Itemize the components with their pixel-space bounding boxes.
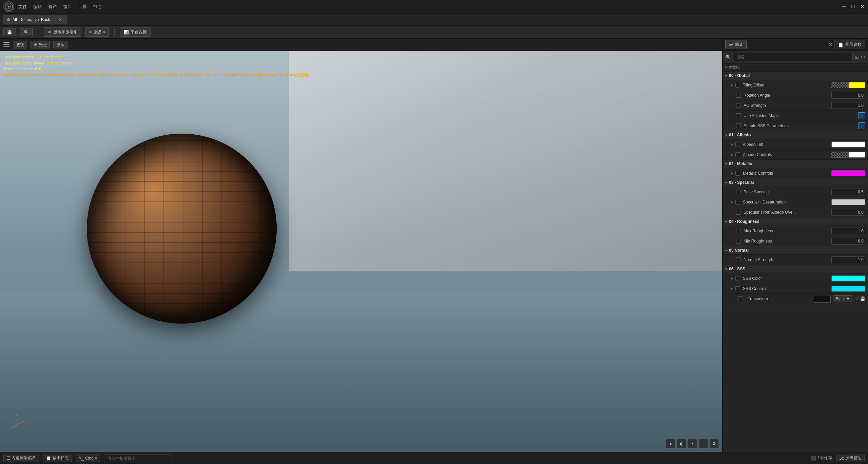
param-albedo-controls-expand[interactable]: ▶ xyxy=(731,153,733,156)
group-specular-header[interactable]: ▾ 03 - Specular xyxy=(723,178,868,187)
param-sss-controls-expand[interactable]: ▶ xyxy=(731,287,733,290)
param-transmission-reset-icon[interactable]: ↺ xyxy=(855,296,859,301)
tab-layer-params[interactable]: 📋 图层参数 xyxy=(834,40,865,49)
content-menu-button[interactable]: ☰ 内容侧滑菜单 xyxy=(3,454,39,462)
layer-button[interactable]: ≡ 层级 ▾ xyxy=(85,27,109,37)
find-button[interactable]: 🔍 xyxy=(20,28,33,36)
cmd-button[interactable]: >_ Cmd ▾ xyxy=(76,455,100,462)
settings-icon[interactable]: ⚙ xyxy=(861,54,865,60)
save-button[interactable]: 💾 xyxy=(3,28,16,36)
param-transmission-name: Transmission xyxy=(748,296,812,301)
viewport-menu-icon[interactable] xyxy=(3,42,9,47)
param-sss-controls-swatch[interactable] xyxy=(831,286,865,292)
param-tiling-checkbox[interactable] xyxy=(735,83,740,88)
param-adjusted-checkmark[interactable]: ✓ xyxy=(859,112,865,119)
layer-tab-label: 图层参数 xyxy=(845,42,862,47)
param-sss-checkbox[interactable] xyxy=(736,123,741,128)
vp-ctrl-cube[interactable]: ▪ xyxy=(688,439,697,448)
param-sss-color-swatch[interactable] xyxy=(831,275,865,282)
param-specular-desat-swatch[interactable] xyxy=(831,199,865,205)
param-transmission-icons: ↺ 💾 xyxy=(855,296,865,301)
vp-ctrl-sphere[interactable]: ● xyxy=(666,439,675,448)
group-albedo-header[interactable]: ▾ 01 - Albedo xyxy=(723,131,868,139)
param-sss-controls-checkbox[interactable] xyxy=(735,286,740,291)
tab-editor[interactable]: ✏ 编节 xyxy=(725,40,747,49)
debug-text-overlay: Base pass shader: 271 instructions Base … xyxy=(3,54,309,78)
param-transmission-checkbox[interactable] xyxy=(738,296,743,301)
param-min-roughness-input[interactable]: 0.0 xyxy=(831,238,865,245)
menu-tools[interactable]: 工具 xyxy=(78,4,87,10)
param-albedo-controls-swatch2[interactable] xyxy=(848,152,865,158)
group-metallic-header[interactable]: ▾ 02 - Metallic xyxy=(723,160,868,168)
menu-window[interactable]: 窗口 xyxy=(63,4,72,10)
toolbar-separator-2 xyxy=(114,28,115,36)
param-max-roughness-input[interactable]: 1.0 xyxy=(831,228,865,234)
grid-view-icon[interactable]: ⊞ xyxy=(855,54,859,60)
param-ao-input[interactable]: 1.0 xyxy=(831,102,865,109)
maximize-button[interactable]: □ xyxy=(851,3,855,10)
lighting-button[interactable]: ☀ 光照 xyxy=(31,41,50,49)
display-button[interactable]: 显示 xyxy=(53,41,67,49)
param-albedo-controls-swatch1[interactable] xyxy=(831,152,848,158)
param-max-roughness-checkbox[interactable] xyxy=(736,229,741,233)
param-rotation-input[interactable]: 0.0 xyxy=(831,92,865,99)
minimize-button[interactable]: ─ xyxy=(842,3,846,10)
param-albedo-controls-checkbox[interactable] xyxy=(735,152,740,157)
param-transmission-dropdown[interactable]: Black ▾ xyxy=(833,295,852,302)
tab-close-button[interactable]: ✕ xyxy=(58,17,62,22)
platform-data-button[interactable]: 📊 平台数据 xyxy=(120,27,151,37)
group-normal-header[interactable]: ▾ 05 Normal xyxy=(723,246,868,255)
param-ao-checkbox[interactable] xyxy=(736,103,741,108)
search-input[interactable] xyxy=(733,53,853,61)
param-tiling-swatch2[interactable] xyxy=(848,82,865,88)
param-normal-strength-checkbox[interactable] xyxy=(736,257,741,262)
group-roughness-header[interactable]: ▾ 04 - Roughness xyxy=(723,217,868,226)
menu-asset[interactable]: 资产 xyxy=(48,4,57,10)
param-specular-desat-expand[interactable]: ▶ xyxy=(731,200,733,204)
param-sss-color-checkbox[interactable] xyxy=(735,276,740,281)
param-specular-override-input[interactable]: 0.0 xyxy=(831,209,865,216)
panel-close-button[interactable]: ✕ xyxy=(828,41,833,48)
menu-file[interactable]: 文件 xyxy=(18,4,27,10)
group-metallic-label: 02 - Metallic xyxy=(729,161,752,166)
menu-help[interactable]: 帮助 xyxy=(93,4,102,10)
source-control-button[interactable]: ⎇ 源码管理 xyxy=(836,454,865,462)
param-albedo-tint-swatch[interactable] xyxy=(831,141,865,148)
vp-ctrl-settings[interactable]: ⚙ xyxy=(709,439,719,448)
cmd-label: Cmd xyxy=(85,456,94,461)
param-base-specular-input[interactable]: 0.5 xyxy=(831,189,865,195)
param-tiling-expand[interactable]: ▶ xyxy=(731,83,733,87)
param-metallic-controls-expand[interactable]: ▶ xyxy=(731,171,733,175)
param-normal-strength-input[interactable]: 1.0 xyxy=(831,256,865,263)
param-sss-checkmark[interactable]: ✓ xyxy=(859,122,865,129)
param-transmission-preview[interactable] xyxy=(814,295,831,303)
perspective-button[interactable]: 透视 xyxy=(13,41,27,49)
param-metallic-controls-swatch[interactable] xyxy=(831,170,865,176)
param-tiling-swatch1[interactable] xyxy=(831,82,848,88)
param-specular-override-checkbox[interactable] xyxy=(736,210,741,215)
group-sss-header[interactable]: ▾ 06 - SSS xyxy=(723,265,868,273)
close-button[interactable]: ✕ xyxy=(860,3,865,10)
active-tab[interactable]: MI_Decorative_Brick_... ✕ xyxy=(3,15,67,24)
vp-ctrl-camera[interactable]: ─ xyxy=(698,439,708,448)
param-base-specular-checkbox[interactable] xyxy=(736,190,741,194)
param-sss-color-expand[interactable]: ▶ xyxy=(731,276,733,280)
output-log-button[interactable]: 📋 输出日志 xyxy=(43,454,72,462)
param-metallic-controls-checkbox[interactable] xyxy=(735,171,740,176)
param-albedo-tint-checkbox[interactable] xyxy=(735,142,740,147)
viewport[interactable]: 透视 ☀ 光照 显示 Base pass shader: 271 instruc… xyxy=(0,39,722,452)
param-albedo-tint-expand[interactable]: ▶ xyxy=(731,142,733,146)
search-icon: 🔍 xyxy=(725,54,731,60)
group-global-header[interactable]: ▾ 00 - Global xyxy=(723,72,868,80)
param-rotation-checkbox[interactable] xyxy=(736,93,741,98)
vp-ctrl-plane[interactable]: ◐ xyxy=(677,439,686,448)
display-inactive-button[interactable]: 👁 显示未激活项 xyxy=(44,27,81,37)
tab-modified-dot xyxy=(7,18,10,21)
param-adjusted-checkbox[interactable] xyxy=(736,113,741,118)
param-transmission-save-icon[interactable]: 💾 xyxy=(860,296,865,301)
toolbar-separator xyxy=(38,28,38,36)
param-min-roughness-checkbox[interactable] xyxy=(736,239,741,244)
menu-edit[interactable]: 编辑 xyxy=(33,4,42,10)
param-specular-desat-checkbox[interactable] xyxy=(735,200,740,205)
console-input[interactable] xyxy=(104,455,172,462)
